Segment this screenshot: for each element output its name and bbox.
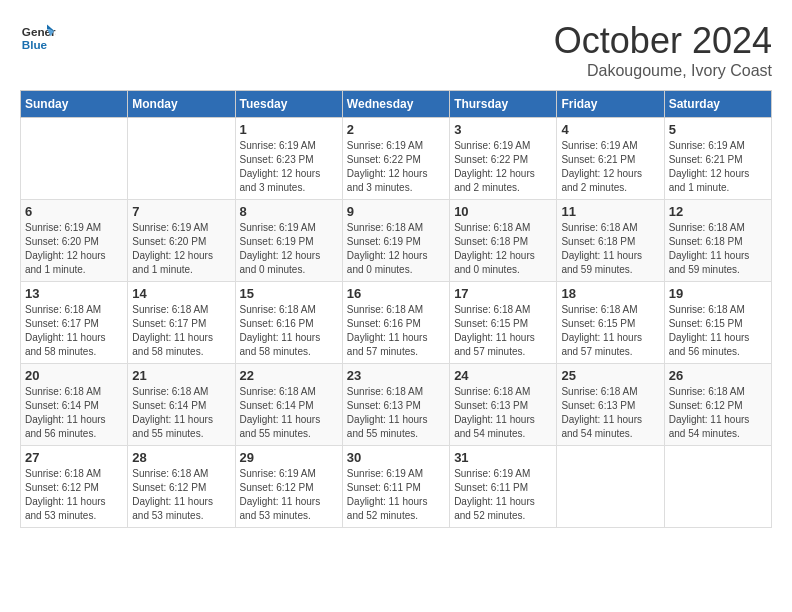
day-number: 29 — [240, 450, 338, 465]
day-info: Sunrise: 6:18 AM Sunset: 6:13 PM Dayligh… — [347, 385, 445, 441]
day-number: 11 — [561, 204, 659, 219]
calendar-cell: 27Sunrise: 6:18 AM Sunset: 6:12 PM Dayli… — [21, 446, 128, 528]
day-number: 20 — [25, 368, 123, 383]
day-number: 21 — [132, 368, 230, 383]
day-number: 4 — [561, 122, 659, 137]
day-info: Sunrise: 6:19 AM Sunset: 6:21 PM Dayligh… — [561, 139, 659, 195]
day-info: Sunrise: 6:18 AM Sunset: 6:14 PM Dayligh… — [25, 385, 123, 441]
logo: General Blue — [20, 20, 56, 56]
title-area: October 2024 Dakougoume, Ivory Coast — [554, 20, 772, 80]
weekday-header: Saturday — [664, 91, 771, 118]
calendar-cell: 11Sunrise: 6:18 AM Sunset: 6:18 PM Dayli… — [557, 200, 664, 282]
day-info: Sunrise: 6:19 AM Sunset: 6:21 PM Dayligh… — [669, 139, 767, 195]
day-info: Sunrise: 6:18 AM Sunset: 6:13 PM Dayligh… — [561, 385, 659, 441]
calendar-cell: 22Sunrise: 6:18 AM Sunset: 6:14 PM Dayli… — [235, 364, 342, 446]
day-info: Sunrise: 6:18 AM Sunset: 6:14 PM Dayligh… — [132, 385, 230, 441]
day-number: 16 — [347, 286, 445, 301]
day-number: 6 — [25, 204, 123, 219]
day-info: Sunrise: 6:18 AM Sunset: 6:16 PM Dayligh… — [240, 303, 338, 359]
day-number: 12 — [669, 204, 767, 219]
day-info: Sunrise: 6:19 AM Sunset: 6:11 PM Dayligh… — [454, 467, 552, 523]
day-number: 2 — [347, 122, 445, 137]
day-number: 31 — [454, 450, 552, 465]
calendar-cell: 2Sunrise: 6:19 AM Sunset: 6:22 PM Daylig… — [342, 118, 449, 200]
day-number: 8 — [240, 204, 338, 219]
calendar-cell: 16Sunrise: 6:18 AM Sunset: 6:16 PM Dayli… — [342, 282, 449, 364]
calendar-cell: 5Sunrise: 6:19 AM Sunset: 6:21 PM Daylig… — [664, 118, 771, 200]
day-info: Sunrise: 6:18 AM Sunset: 6:15 PM Dayligh… — [669, 303, 767, 359]
calendar-cell: 12Sunrise: 6:18 AM Sunset: 6:18 PM Dayli… — [664, 200, 771, 282]
calendar-cell: 31Sunrise: 6:19 AM Sunset: 6:11 PM Dayli… — [450, 446, 557, 528]
day-info: Sunrise: 6:18 AM Sunset: 6:12 PM Dayligh… — [669, 385, 767, 441]
calendar-cell: 21Sunrise: 6:18 AM Sunset: 6:14 PM Dayli… — [128, 364, 235, 446]
day-number: 15 — [240, 286, 338, 301]
day-number: 28 — [132, 450, 230, 465]
day-number: 18 — [561, 286, 659, 301]
day-info: Sunrise: 6:19 AM Sunset: 6:22 PM Dayligh… — [347, 139, 445, 195]
day-info: Sunrise: 6:18 AM Sunset: 6:13 PM Dayligh… — [454, 385, 552, 441]
day-number: 7 — [132, 204, 230, 219]
day-number: 27 — [25, 450, 123, 465]
calendar-cell: 8Sunrise: 6:19 AM Sunset: 6:19 PM Daylig… — [235, 200, 342, 282]
day-info: Sunrise: 6:18 AM Sunset: 6:18 PM Dayligh… — [669, 221, 767, 277]
day-info: Sunrise: 6:18 AM Sunset: 6:14 PM Dayligh… — [240, 385, 338, 441]
day-number: 3 — [454, 122, 552, 137]
calendar-cell — [557, 446, 664, 528]
weekday-header: Thursday — [450, 91, 557, 118]
calendar-table: SundayMondayTuesdayWednesdayThursdayFrid… — [20, 90, 772, 528]
day-number: 30 — [347, 450, 445, 465]
calendar-cell: 23Sunrise: 6:18 AM Sunset: 6:13 PM Dayli… — [342, 364, 449, 446]
calendar-week-row: 27Sunrise: 6:18 AM Sunset: 6:12 PM Dayli… — [21, 446, 772, 528]
day-number: 19 — [669, 286, 767, 301]
day-info: Sunrise: 6:19 AM Sunset: 6:19 PM Dayligh… — [240, 221, 338, 277]
day-info: Sunrise: 6:18 AM Sunset: 6:18 PM Dayligh… — [561, 221, 659, 277]
day-info: Sunrise: 6:18 AM Sunset: 6:15 PM Dayligh… — [454, 303, 552, 359]
day-number: 24 — [454, 368, 552, 383]
calendar-cell — [664, 446, 771, 528]
weekday-header: Sunday — [21, 91, 128, 118]
day-number: 22 — [240, 368, 338, 383]
day-number: 14 — [132, 286, 230, 301]
calendar-cell: 20Sunrise: 6:18 AM Sunset: 6:14 PM Dayli… — [21, 364, 128, 446]
calendar-cell: 24Sunrise: 6:18 AM Sunset: 6:13 PM Dayli… — [450, 364, 557, 446]
day-number: 26 — [669, 368, 767, 383]
calendar-week-row: 1Sunrise: 6:19 AM Sunset: 6:23 PM Daylig… — [21, 118, 772, 200]
svg-text:Blue: Blue — [22, 38, 48, 51]
day-number: 23 — [347, 368, 445, 383]
calendar-cell: 28Sunrise: 6:18 AM Sunset: 6:12 PM Dayli… — [128, 446, 235, 528]
day-number: 13 — [25, 286, 123, 301]
calendar-cell: 29Sunrise: 6:19 AM Sunset: 6:12 PM Dayli… — [235, 446, 342, 528]
weekday-header: Wednesday — [342, 91, 449, 118]
day-number: 25 — [561, 368, 659, 383]
calendar-cell — [21, 118, 128, 200]
calendar-header-row: SundayMondayTuesdayWednesdayThursdayFrid… — [21, 91, 772, 118]
day-info: Sunrise: 6:19 AM Sunset: 6:20 PM Dayligh… — [25, 221, 123, 277]
logo-icon: General Blue — [20, 20, 56, 56]
day-number: 10 — [454, 204, 552, 219]
day-number: 1 — [240, 122, 338, 137]
day-info: Sunrise: 6:18 AM Sunset: 6:19 PM Dayligh… — [347, 221, 445, 277]
day-number: 9 — [347, 204, 445, 219]
weekday-header: Tuesday — [235, 91, 342, 118]
day-info: Sunrise: 6:19 AM Sunset: 6:20 PM Dayligh… — [132, 221, 230, 277]
calendar-cell: 15Sunrise: 6:18 AM Sunset: 6:16 PM Dayli… — [235, 282, 342, 364]
day-info: Sunrise: 6:19 AM Sunset: 6:12 PM Dayligh… — [240, 467, 338, 523]
calendar-cell: 30Sunrise: 6:19 AM Sunset: 6:11 PM Dayli… — [342, 446, 449, 528]
weekday-header: Monday — [128, 91, 235, 118]
calendar-cell: 1Sunrise: 6:19 AM Sunset: 6:23 PM Daylig… — [235, 118, 342, 200]
header: General Blue October 2024 Dakougoume, Iv… — [20, 20, 772, 80]
calendar-cell: 3Sunrise: 6:19 AM Sunset: 6:22 PM Daylig… — [450, 118, 557, 200]
calendar-cell: 10Sunrise: 6:18 AM Sunset: 6:18 PM Dayli… — [450, 200, 557, 282]
calendar-cell: 19Sunrise: 6:18 AM Sunset: 6:15 PM Dayli… — [664, 282, 771, 364]
calendar-cell: 14Sunrise: 6:18 AM Sunset: 6:17 PM Dayli… — [128, 282, 235, 364]
day-info: Sunrise: 6:18 AM Sunset: 6:17 PM Dayligh… — [25, 303, 123, 359]
calendar-week-row: 13Sunrise: 6:18 AM Sunset: 6:17 PM Dayli… — [21, 282, 772, 364]
day-info: Sunrise: 6:18 AM Sunset: 6:12 PM Dayligh… — [132, 467, 230, 523]
calendar-week-row: 6Sunrise: 6:19 AM Sunset: 6:20 PM Daylig… — [21, 200, 772, 282]
day-number: 17 — [454, 286, 552, 301]
day-info: Sunrise: 6:19 AM Sunset: 6:23 PM Dayligh… — [240, 139, 338, 195]
day-info: Sunrise: 6:18 AM Sunset: 6:12 PM Dayligh… — [25, 467, 123, 523]
calendar-cell: 7Sunrise: 6:19 AM Sunset: 6:20 PM Daylig… — [128, 200, 235, 282]
month-title: October 2024 — [554, 20, 772, 62]
day-info: Sunrise: 6:18 AM Sunset: 6:17 PM Dayligh… — [132, 303, 230, 359]
